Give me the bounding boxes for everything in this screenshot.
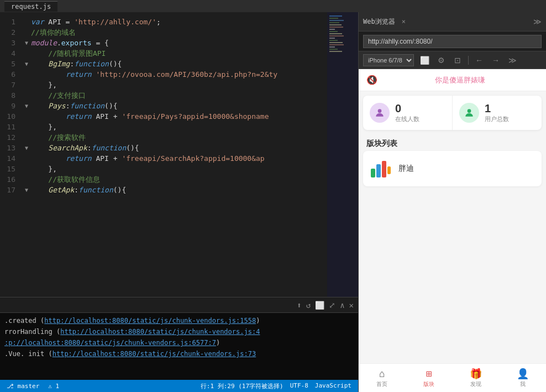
app-header-title: 你是傻逼胖婊嗛 <box>382 75 538 85</box>
code-line-10: return API + 'freeapi/Pays?appid=10000&s… <box>22 111 327 122</box>
code-line-6: return 'http://ovooa.com/API/360bz/api.p… <box>22 69 327 80</box>
browser-viewport: 🔇 你是傻逼胖婊嗛 0 <box>359 69 546 392</box>
git-branch: ⎇ master <box>7 383 39 390</box>
terminal-link-1[interactable]: http://localhost:8080/static/js/chunk-ve… <box>44 317 256 325</box>
fold-icon-17[interactable]: ▼ <box>22 185 31 195</box>
fold-icon-13[interactable]: ▼ <box>22 143 31 153</box>
me-icon: 👤 <box>517 368 529 379</box>
stat-box-users: 1 用户总数 <box>452 96 542 130</box>
code-content: var API = 'http://ahlly.com/';//填你的域名▼mo… <box>20 12 327 297</box>
encoding: UTF-8 <box>290 382 308 390</box>
forum-logo <box>369 156 393 181</box>
browser-title-bar: Web浏览器 × ≫ <box>359 12 546 32</box>
sound-icon[interactable]: 🔇 <box>366 75 377 85</box>
minimap <box>327 12 358 297</box>
terminal-link-2[interactable]: http://localhost:8080/static/js/chunk-ve… <box>60 328 260 336</box>
expand-button[interactable]: ≫ <box>506 54 518 66</box>
code-line-13: ▼ SearchApk:function(){ <box>22 143 327 153</box>
language: JavaScript <box>315 382 351 390</box>
status-bar: ⎇ master ⚠ 1 行:1 列:29 (17字符被选择) UTF-8 Ja… <box>0 380 358 392</box>
terminal-line-1: .created (http://localhost:8080/static/j… <box>4 315 354 326</box>
terminal-line-4: .Vue. init (http://localhost:8080/static… <box>4 348 354 359</box>
online-stat-info: 0 在线人数 <box>395 102 419 123</box>
settings-button[interactable]: ⚙ <box>435 54 447 66</box>
svg-point-0 <box>378 109 382 113</box>
back-button[interactable]: ← <box>473 54 485 66</box>
blocks-icon: ⊞ <box>426 368 432 379</box>
editor-tab[interactable]: request.js <box>4 1 57 12</box>
svg-rect-6 <box>387 166 391 174</box>
terminal-toolbar: ⬆ ↺ ⬜ ⤢ ∧ ✕ <box>0 297 358 313</box>
online-label: 在线人数 <box>395 115 419 123</box>
nav-item-me[interactable]: 👤 我 <box>499 368 546 388</box>
terminal-icon-6[interactable]: ✕ <box>349 301 354 310</box>
code-line-1: var API = 'http://ahlly.com/'; <box>22 17 327 27</box>
device-selector[interactable]: iPhone 6/7/8 iPhone X iPad <box>363 54 414 66</box>
code-line-15: }, <box>22 164 327 174</box>
fold-icon-9[interactable]: ▼ <box>22 101 31 111</box>
forward-button[interactable]: → <box>490 54 502 66</box>
code-line-16: //获取软件信息 <box>22 174 327 185</box>
me-label: 我 <box>520 380 526 388</box>
browser-title-text: Web浏览器 <box>363 17 395 27</box>
code-line-9: ▼ Pays:function(){ <box>22 101 327 111</box>
nav-item-discover[interactable]: 🎁 发现 <box>453 368 500 388</box>
top-tab-bar: request.js <box>0 0 546 12</box>
home-label: 首页 <box>376 380 387 388</box>
line-numbers: 1234567891011121314151617 <box>0 12 20 297</box>
terminal-link-4[interactable]: http://localhost:8080/static/js/chunk-ve… <box>53 350 256 358</box>
svg-rect-4 <box>376 164 381 177</box>
terminal-link-3[interactable]: :p://localhost:8080/static/js/chunk-vend… <box>4 339 216 347</box>
code-line-3: ▼module.exports = { <box>22 38 327 48</box>
browser-close-button[interactable]: × <box>402 18 406 25</box>
code-line-17: ▼ GetApk:function(){ <box>22 185 327 195</box>
browser-address-input[interactable] <box>363 35 542 48</box>
code-line-5: ▼ BgImg:function(){ <box>22 59 327 69</box>
screenshot-button[interactable]: ⊡ <box>452 54 464 66</box>
users-count: 1 <box>485 102 509 115</box>
blocks-label: 版块 <box>423 380 434 388</box>
online-count: 0 <box>395 102 419 115</box>
terminal-panel: ⬆ ↺ ⬜ ⤢ ∧ ✕ .created (http://localhost:8… <box>0 297 358 392</box>
toolbar-separator <box>468 56 469 65</box>
app-content: 🔇 你是傻逼胖婊嗛 0 <box>359 69 546 392</box>
browser-address-bar <box>359 32 546 51</box>
nav-item-home[interactable]: ⌂ 首页 <box>359 368 406 388</box>
cursor-position: 行:1 列:29 (17字符被选择) <box>201 382 284 390</box>
users-icon <box>459 103 479 123</box>
svg-point-1 <box>468 109 471 113</box>
stat-box-online: 0 在线人数 <box>363 96 452 130</box>
discover-icon: 🎁 <box>470 368 482 379</box>
app-header: 🔇 你是傻逼胖婊嗛 <box>359 69 546 91</box>
browser-panel: Web浏览器 × ≫ iPhone 6/7/8 iPhone X iPad ⬜ … <box>358 12 546 392</box>
forum-list-item[interactable]: 胖迪 <box>363 151 542 186</box>
terminal-icon-1[interactable]: ⬆ <box>297 301 301 310</box>
terminal-icon-3[interactable]: ⬜ <box>315 301 324 310</box>
svg-rect-5 <box>382 161 386 177</box>
error-count: ⚠ 1 <box>48 383 59 390</box>
rotate-button[interactable]: ⬜ <box>418 54 431 66</box>
stats-row: 0 在线人数 1 用户总数 <box>363 96 542 130</box>
forum-name: 胖迪 <box>398 164 414 174</box>
nav-item-blocks[interactable]: ⊞ 版块 <box>406 368 453 388</box>
users-stat-info: 1 用户总数 <box>485 102 509 123</box>
section-title: 版块列表 <box>359 134 546 151</box>
code-line-4: //随机背景图API <box>22 48 327 59</box>
terminal-icon-5[interactable]: ∧ <box>340 301 344 310</box>
code-line-7: }, <box>22 80 327 90</box>
discover-label: 发现 <box>470 380 481 388</box>
code-line-11: }, <box>22 122 327 132</box>
fold-icon-5[interactable]: ▼ <box>22 59 31 69</box>
app-nav: ⌂ 首页 ⊞ 版块 🎁 发现 👤 我 <box>359 363 546 392</box>
browser-more-button[interactable]: ≫ <box>533 17 542 26</box>
browser-toolbar: iPhone 6/7/8 iPhone X iPad ⬜ ⚙ ⊡ ← → ≫ <box>359 51 546 69</box>
code-line-8: //支付接口 <box>22 90 327 101</box>
terminal-icon-4[interactable]: ⤢ <box>329 301 335 310</box>
home-icon: ⌂ <box>379 368 385 379</box>
code-line-2: //填你的域名 <box>22 27 327 38</box>
terminal-icon-2[interactable]: ↺ <box>306 301 311 310</box>
terminal-line-3: :p://localhost:8080/static/js/chunk-vend… <box>4 337 354 348</box>
fold-icon-3[interactable]: ▼ <box>22 38 31 48</box>
code-line-12: //搜索软件 <box>22 132 327 143</box>
editor-panel: 1234567891011121314151617 var API = 'htt… <box>0 12 358 392</box>
